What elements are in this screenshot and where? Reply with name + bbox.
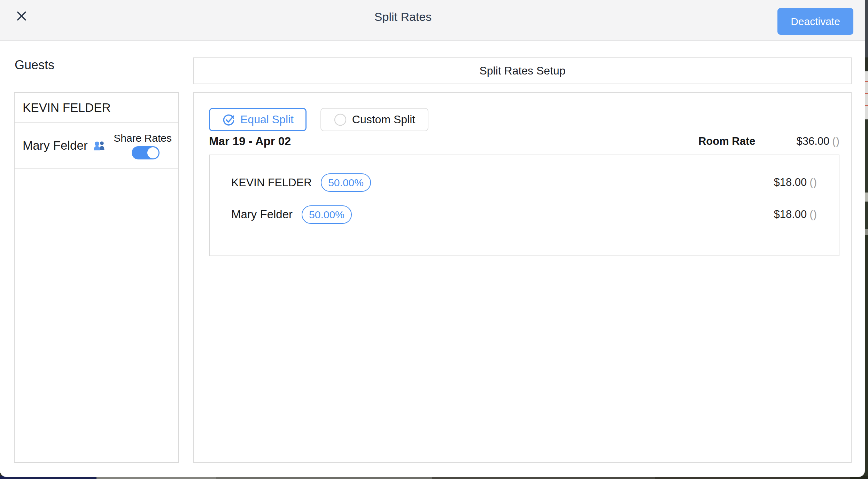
setup-title: Split Rates Setup — [479, 64, 565, 77]
primary-guest-row[interactable]: KEVIN FELDER — [15, 93, 178, 123]
share-rates-label: Share Rates — [114, 132, 172, 144]
guest-name-group: Mary Felder — [23, 123, 106, 168]
split-row-left: Mary Felder 50.00% — [231, 205, 352, 224]
primary-guest-name: KEVIN FELDER — [23, 101, 111, 115]
custom-split-label: Custom Split — [352, 113, 415, 126]
equal-split-label: Equal Split — [240, 113, 294, 126]
split-amount-suffix: () — [809, 208, 817, 221]
split-amount: $18.00 — [774, 208, 807, 221]
toggle-knob — [147, 147, 158, 158]
equal-split-button[interactable]: Equal Split — [209, 108, 307, 131]
modal-title: Split Rates — [374, 9, 432, 24]
split-amount: $18.00 — [774, 176, 807, 189]
date-range: Mar 19 - Apr 02 — [209, 135, 291, 148]
room-rate-value: $36.00 — [797, 135, 830, 148]
setup-panel: Equal Split Custom Split Mar 19 - Apr 02… — [193, 92, 852, 463]
split-rates-screen: Split Rates Deactivate Guests KEVIN FELD… — [0, 0, 868, 479]
split-row-right: $18.00 () — [774, 176, 817, 189]
deactivate-button[interactable]: Deactivate — [777, 8, 853, 35]
guests-section-label: Guests — [15, 58, 54, 72]
split-amount-suffix: () — [809, 176, 817, 189]
custom-split-button[interactable]: Custom Split — [320, 108, 428, 131]
close-button[interactable] — [16, 10, 28, 22]
shared-guests-icon — [92, 140, 106, 151]
split-row-kevin: KEVIN FELDER 50.00% $18.00 () — [210, 166, 839, 198]
share-rates-toggle[interactable] — [132, 146, 160, 159]
guest-row[interactable]: Mary Felder Share Rates — [15, 123, 178, 169]
modal-top-bar: Split Rates Deactivate — [0, 0, 865, 41]
check-circle-icon — [222, 113, 235, 126]
setup-header: Split Rates Setup — [193, 57, 852, 84]
split-rates-modal: Split Rates Deactivate Guests KEVIN FELD… — [0, 0, 865, 477]
split-guest-name: Mary Felder — [231, 208, 293, 221]
split-percent-pill[interactable]: 50.00% — [321, 173, 371, 192]
split-guest-name: KEVIN FELDER — [231, 176, 312, 189]
empty-circle-icon — [334, 113, 347, 126]
split-row-left: KEVIN FELDER 50.00% — [231, 173, 371, 192]
rate-summary-row: Mar 19 - Apr 02 Room Rate $36.00 () — [209, 133, 839, 149]
split-row-mary: Mary Felder 50.00% $18.00 () — [210, 198, 839, 230]
split-percent-pill[interactable]: 50.00% — [302, 205, 352, 224]
split-allocation-box: KEVIN FELDER 50.00% $18.00 () Mary Felde… — [209, 155, 839, 256]
split-row-right: $18.00 () — [774, 208, 817, 221]
room-rate-suffix: () — [832, 135, 839, 148]
guest-name: Mary Felder — [23, 139, 88, 152]
close-icon — [16, 10, 28, 22]
room-rate-label: Room Rate — [698, 135, 755, 148]
guest-list: KEVIN FELDER Mary Felder Share Rates — [14, 92, 179, 463]
room-rate-group: Room Rate $36.00 () — [698, 135, 839, 148]
